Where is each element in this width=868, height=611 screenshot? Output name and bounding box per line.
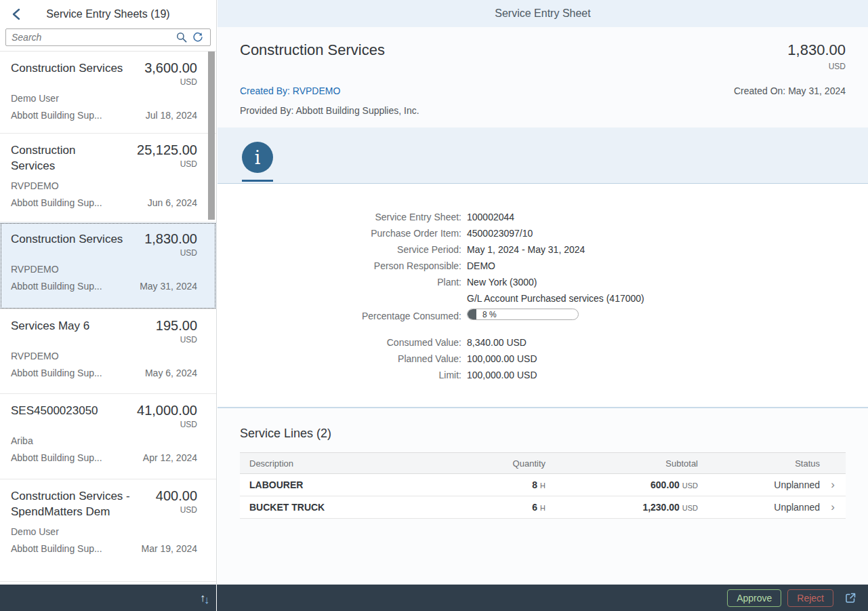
service-entry-sheet-list: Construction Services 3,600.00USD Demo U… — [0, 51, 216, 585]
item-supplier: Abbott Building Sup... — [11, 197, 102, 208]
object-amount: 1,830.00 — [787, 41, 846, 58]
list-item[interactable]: Construction Services 25,125.00USD RVPDE… — [0, 134, 216, 222]
service-lines-table: Description Quantity Subtotal Status LAB… — [240, 452, 846, 519]
form-value: G/L Account Purchased services (417000) — [467, 290, 868, 307]
cell-quantity: 6 — [532, 502, 537, 513]
cell-quantity: 8 — [532, 479, 537, 490]
item-currency: USD — [137, 420, 197, 429]
col-quantity: Quantity — [444, 458, 545, 469]
item-supplier: Abbott Building Sup... — [11, 543, 102, 554]
tab-selected-underline — [242, 180, 273, 182]
info-icon: i — [242, 142, 273, 173]
form-label: Person Responsible: — [218, 258, 461, 274]
created-by-link[interactable]: Created By: RVPDEMO — [240, 85, 340, 96]
cell-subtotal: 600.00 — [650, 479, 680, 490]
detail-title-bar: Service Entry Sheet — [218, 0, 868, 27]
item-amount: 41,000.00 — [137, 403, 197, 418]
list-item[interactable]: Construction Services - SpendMatters Dem… — [0, 479, 216, 582]
footer-right: Approve Reject — [217, 585, 868, 611]
item-date: May 6, 2024 — [145, 368, 197, 378]
search-input[interactable] — [12, 32, 173, 43]
form-value: 100,000.00 USD — [467, 367, 868, 383]
item-title: Services May 6 — [11, 318, 95, 334]
service-lines-title: Service Lines (2) — [240, 427, 846, 441]
item-author: RVPDEMO — [11, 264, 197, 275]
search-row — [0, 28, 216, 51]
back-chevron-icon — [12, 8, 21, 20]
percentage-consumed-label: Percentage Consumed: — [218, 308, 461, 324]
service-lines-section: Service Lines (2) Description Quantity S… — [218, 408, 868, 585]
list-item-selected[interactable]: Construction Services 1,830.00USD RVPDEM… — [0, 222, 216, 309]
form-label: Service Period: — [218, 241, 461, 258]
row-chevron-icon[interactable]: › — [820, 478, 846, 492]
form-value: 100002044 — [467, 209, 868, 225]
item-title: Construction Services — [11, 231, 128, 247]
col-subtotal: Subtotal — [545, 458, 698, 469]
cell-description: BUCKET TRUCK — [240, 502, 444, 513]
item-currency: USD — [156, 505, 197, 515]
table-header-row: Description Quantity Subtotal Status — [240, 452, 846, 474]
item-author: Demo User — [11, 93, 197, 104]
details-form: Service Entry Sheet:100002044 Purchase O… — [218, 184, 868, 407]
footer-bar: ↑↓ Approve Reject — [0, 585, 868, 611]
created-on-text: Created On: May 31, 2024 — [734, 85, 846, 96]
item-amount: 25,125.00 — [137, 142, 197, 157]
list-item[interactable]: Services May 6 195.00USD RVPDEMO Abbott … — [0, 309, 216, 394]
search-box — [5, 28, 211, 46]
form-label: Planned Value: — [218, 351, 461, 367]
item-title: Construction Services — [11, 60, 128, 76]
back-button[interactable] — [7, 5, 26, 24]
detail-panel: Service Entry Sheet Construction Service… — [218, 0, 868, 585]
form-label: Limit: — [218, 367, 461, 383]
item-amount: 1,830.00 — [144, 231, 197, 246]
item-author: Demo User — [11, 526, 197, 537]
search-icon[interactable] — [173, 30, 190, 45]
item-currency: USD — [137, 159, 197, 169]
item-date: May 31, 2024 — [140, 281, 197, 292]
progress-fill — [468, 309, 476, 319]
master-list-panel: Service Entry Sheets (19) — [0, 0, 217, 585]
percentage-consumed-bar: 8 % — [467, 309, 579, 320]
item-supplier: Abbott Building Sup... — [11, 110, 102, 121]
open-in-new-window-icon[interactable] — [842, 589, 859, 607]
cell-unit: H — [540, 504, 545, 512]
cell-status: Unplanned — [698, 502, 820, 513]
item-title: Construction Services — [11, 142, 112, 174]
list-scrollbar-thumb[interactable] — [208, 52, 215, 220]
table-row[interactable]: LABOURER 8 H 600.00 USD Unplanned › — [240, 474, 846, 496]
cell-unit: H — [540, 481, 545, 490]
progress-label: 8 % — [482, 310, 497, 320]
item-title: Construction Services - SpendMatters Dem — [11, 488, 156, 520]
sort-icon[interactable]: ↑↓ — [200, 593, 208, 604]
item-author: RVPDEMO — [11, 351, 197, 361]
item-currency: USD — [144, 77, 197, 87]
item-supplier: Abbott Building Sup... — [11, 281, 102, 292]
form-label: Plant: — [218, 274, 461, 290]
service-entry-sheet-app: Service Entry Sheets (19) — [0, 0, 868, 611]
list-item[interactable]: SES4500023050 41,000.00USD Ariba Abbott … — [0, 394, 216, 479]
reject-button[interactable]: Reject — [787, 589, 833, 607]
list-item[interactable]: Construction Services 3,600.00USD Demo U… — [0, 52, 216, 134]
cell-status: Unplanned — [698, 479, 820, 490]
form-value: May 1, 2024 - May 31, 2024 — [467, 241, 868, 258]
item-amount: 195.00 — [156, 318, 197, 333]
form-value: 100,000.00 USD — [467, 351, 868, 367]
approve-button[interactable]: Approve — [727, 589, 781, 607]
footer-left: ↑↓ — [0, 585, 217, 611]
provided-by-text: Provided By: Abbott Building Supplies, I… — [240, 105, 846, 116]
object-header: Construction Services 1,830.00 USD Creat… — [218, 27, 868, 127]
item-supplier: Abbott Building Sup... — [11, 368, 102, 378]
item-date: Jul 18, 2024 — [146, 110, 197, 121]
refresh-icon[interactable] — [190, 30, 206, 45]
form-value: DEMO — [467, 258, 868, 274]
item-amount: 400.00 — [156, 488, 197, 503]
item-amount: 3,600.00 — [144, 60, 197, 75]
item-author: Ariba — [11, 435, 197, 446]
row-chevron-icon[interactable]: › — [820, 500, 846, 514]
item-supplier: Abbott Building Sup... — [11, 452, 102, 463]
form-label — [218, 290, 461, 307]
item-title: SES4500023050 — [11, 403, 104, 418]
table-row[interactable]: BUCKET TRUCK 6 H 1,230.00 USD Unplanned … — [240, 496, 846, 519]
form-value: New York (3000) — [467, 274, 868, 290]
tab-info[interactable]: i — [242, 142, 273, 182]
